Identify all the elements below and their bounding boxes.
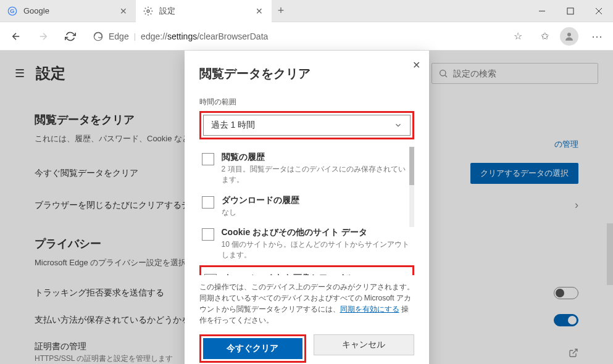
check-download-history[interactable]: ダウンロードの履歴 なし	[199, 190, 414, 223]
svg-rect-4	[567, 8, 573, 14]
more-button[interactable]: ⋯	[586, 25, 608, 48]
dialog-footer-text: この操作では、このデバイス上のデータのみがクリアされます。同期されているすべての…	[199, 281, 414, 326]
favorites-bar-icon[interactable]: ✩	[537, 30, 553, 42]
cancel-button[interactable]: キャンセル	[314, 334, 414, 355]
forward-button[interactable]	[32, 25, 54, 48]
page-scrollbar[interactable]	[607, 223, 613, 285]
profile-button[interactable]	[560, 27, 578, 46]
svg-point-2	[147, 10, 149, 12]
google-favicon-icon: G	[7, 6, 17, 16]
chevron-down-icon	[394, 121, 402, 130]
edge-icon	[93, 31, 104, 42]
check-cached-images[interactable]: キャッシュされた画像とファイル 11.9 MB 未満を解放します。一部のサイトで…	[203, 269, 411, 275]
tab-settings[interactable]: 設定 ✕	[136, 0, 272, 22]
clear-now-button[interactable]: 今すぐクリア	[203, 338, 302, 359]
close-window-button[interactable]	[585, 0, 613, 22]
svg-point-7	[94, 32, 102, 41]
close-icon[interactable]: ✕	[119, 6, 128, 16]
time-range-select[interactable]: 過去 1 時間	[203, 115, 411, 136]
url-scheme-label: Edge	[109, 31, 129, 41]
svg-point-8	[567, 33, 571, 36]
minimize-button[interactable]	[528, 0, 556, 22]
check-browsing-history[interactable]: 閲覧の履歴 2 項目。閲覧データはこのデバイスにのみ保存されています。	[199, 147, 414, 190]
url-text: edge://settings/clearBrowserData	[141, 31, 268, 41]
gear-icon	[143, 6, 153, 16]
address-bar[interactable]: Edge | edge://settings/clearBrowserData …	[86, 27, 532, 46]
close-icon[interactable]: ✕	[254, 6, 264, 16]
enable-sync-link[interactable]: 同期を有効にする	[340, 305, 399, 313]
dialog-title: 閲覧データをクリア	[199, 65, 414, 82]
favorite-icon[interactable]: ☆	[510, 30, 526, 42]
tab-title: 設定	[159, 6, 248, 17]
new-tab-button[interactable]: +	[272, 4, 290, 17]
checkbox[interactable]	[202, 196, 214, 209]
scrollbar-thumb[interactable]	[409, 147, 414, 185]
checkbox[interactable]	[202, 228, 214, 241]
clear-data-dialog: ✕ 閲覧データをクリア 時間の範囲 過去 1 時間 閲覧の履歴 2 項目。閲覧デ…	[185, 51, 429, 364]
maximize-button[interactable]	[556, 0, 585, 22]
checkbox[interactable]	[204, 274, 217, 275]
refresh-button[interactable]	[59, 25, 81, 48]
back-button[interactable]	[5, 25, 27, 48]
check-cookies[interactable]: Cookie およびその他のサイト データ 10 個のサイトから。ほとんどのサイ…	[199, 222, 414, 265]
close-dialog-button[interactable]: ✕	[412, 59, 420, 71]
time-range-label: 時間の範囲	[199, 97, 414, 107]
svg-text:G: G	[10, 8, 14, 14]
tab-google[interactable]: G Google ✕	[0, 0, 136, 22]
tab-title: Google	[23, 6, 112, 15]
checkbox[interactable]	[202, 153, 214, 165]
